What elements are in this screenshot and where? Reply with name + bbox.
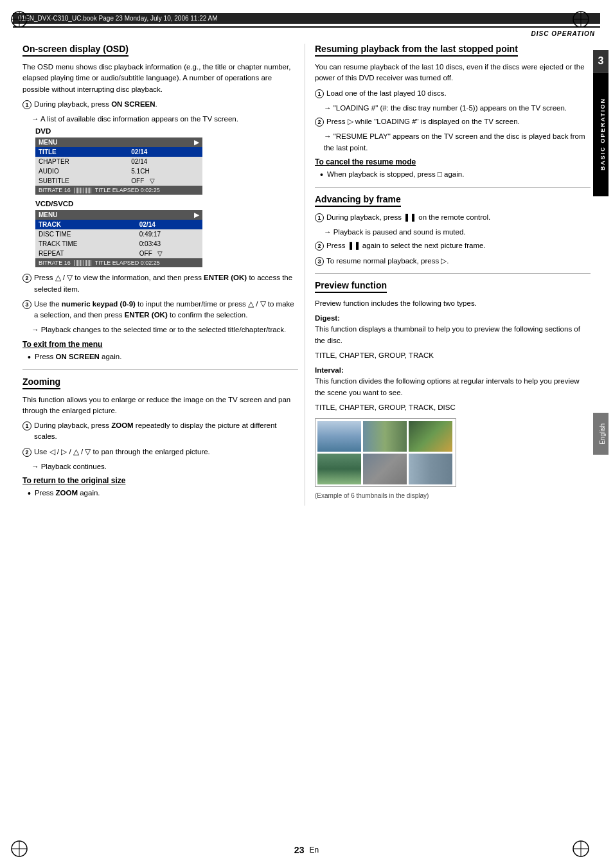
zoom-step1: 1 During playback, press ZOOM repeatedly… (22, 420, 298, 443)
resume-step1-arrow: → "LOADING #" (#: the disc tray number (… (315, 103, 591, 114)
zoom-step1-content: During playback, press ZOOM repeatedly t… (34, 420, 298, 443)
divider-2 (315, 187, 591, 188)
resume-step1-content: Load one of the last played 10 discs. (326, 88, 591, 99)
zoom-step2-arrow: → Playback continues. (22, 461, 298, 472)
adv-step2-content: Press ❚❚ again to select the next pictur… (326, 240, 591, 251)
zoom-step2-num: 2 (22, 448, 31, 457)
osd-step3: 3 Use the numeric keypad (0-9) to input … (22, 299, 298, 321)
vcd-repeat-label: REPEAT (35, 249, 136, 258)
bullet-icon-2: • (28, 488, 31, 499)
adv-step2-num: 2 (315, 242, 324, 251)
thumb-row-2 (317, 454, 454, 484)
exit-menu-heading: To exit from the menu (22, 340, 298, 349)
bullet-icon: • (28, 351, 31, 363)
dvd-subtitle-row: SUBTITLE OFF ▽ (35, 176, 202, 186)
vcd-bitrate-value: BITRATE 16 |||||||||||| TITLE ELAPSED 0:… (35, 258, 202, 267)
divider-3 (315, 273, 591, 274)
vcd-track-row: TRACK 02/14 (35, 220, 202, 229)
left-column: On-screen display (OSD) The OSD menu sho… (22, 44, 305, 506)
adv-step3-num: 3 (315, 257, 324, 266)
resume-section: Resuming playback from the last stopped … (315, 44, 591, 181)
vcd-table-header: MENU ▶ (35, 210, 202, 220)
tab-label: BASIC OPERATION (593, 72, 609, 196)
dvd-audio-value: 5.1CH (128, 166, 202, 176)
adv-step1-content: During playback, press ❚❚ on the remote … (326, 212, 591, 223)
exit-menu-text: Press ON SCREEN again. (35, 351, 122, 363)
zoom-step2: 2 Use ◁ / ▷ / △ / ▽ to pan through the e… (22, 447, 298, 457)
resume-step2-content: Press ▷ while "LOADING #" is displayed o… (326, 116, 591, 127)
dvd-bitrate-value: BITRATE 16 |||||||||||| TITLE ELAPSED 0:… (35, 186, 202, 195)
vcd-disctime-value: 0:49:17 (136, 229, 202, 239)
osd-intro: The OSD menu shows disc playback informa… (22, 62, 298, 95)
dvd-subtitle-value: OFF ▽ (128, 176, 202, 186)
page-suffix: En (309, 846, 319, 855)
step2-content: Press △ / ▽ to view the information, and… (34, 272, 298, 295)
dvd-subtitle-label: SUBTITLE (35, 176, 128, 186)
doc-header: 01EN_DVX-C310_UC.book Page 23 Monday, Ju… (13, 13, 600, 24)
dvd-label: DVD (35, 127, 298, 135)
vcd-disctime-row: DISC TIME 0:49:17 (35, 229, 202, 239)
vcd-repeat-value: OFF ▽ (136, 249, 202, 258)
osd-section: On-screen display (OSD) The OSD menu sho… (22, 44, 298, 363)
advancing-section: Advancing by frame 1 During playback, pr… (315, 194, 591, 267)
adv-step2: 2 Press ❚❚ again to select the next pict… (315, 240, 591, 251)
thumbnail-6 (409, 454, 452, 484)
dvd-title-row: TITLE 02/14 (35, 147, 202, 157)
dvd-play-icon: ▶ (128, 137, 202, 147)
adv-step3-content: To resume normal playback, press ▷. (326, 256, 591, 267)
vcd-menu-label: MENU (35, 210, 136, 220)
vcd-bitrate-row: BITRATE 16 |||||||||||| TITLE ELAPSED 0:… (35, 258, 202, 267)
resume-title: Resuming playback from the last stopped … (315, 44, 518, 57)
page-wrapper: 01EN_DVX-C310_UC.book Page 23 Monday, Ju… (0, 0, 613, 868)
resume-step2-arrow: → "RESUME PLAY" appears on the TV screen… (315, 131, 591, 154)
resume-step1: 1 Load one of the last played 10 discs. (315, 88, 591, 99)
vcd-table: MENU ▶ TRACK 02/14 DISC TIME 0:49:17 TRA… (35, 210, 202, 267)
zooming-intro: This function allows you to enlarge or r… (22, 394, 298, 417)
vcd-repeat-row: REPEAT OFF ▽ (35, 249, 202, 258)
doc-header-text: 01EN_DVX-C310_UC.book Page 23 Monday, Ju… (18, 15, 218, 22)
bullet-icon-3: • (320, 169, 323, 181)
english-tab: English (593, 413, 609, 455)
cancel-mode-bullet: • When playback is stopped, press □ agai… (315, 169, 591, 181)
preview-section: Preview function Preview function includ… (315, 280, 591, 499)
thumbnail-1 (317, 421, 361, 452)
exit-menu-bullet: • Press ON SCREEN again. (22, 351, 298, 363)
zoom-step1-num: 1 (22, 421, 31, 430)
tab-number: 3 (593, 50, 609, 72)
dvd-bitrate-row: BITRATE 16 |||||||||||| TITLE ELAPSED 0:… (35, 186, 202, 195)
cancel-mode-heading: To cancel the resume mode (315, 157, 591, 166)
step1-content: During playback, press ON SCREEN. (34, 99, 298, 110)
vcd-play-icon: ▶ (136, 210, 202, 220)
header-rule (13, 26, 600, 28)
zooming-section: Zooming This function allows you to enla… (22, 376, 298, 500)
thumbnail-4 (317, 454, 361, 484)
thumbnail-5 (363, 454, 407, 484)
return-size-bullet: • Press ZOOM again. (22, 488, 298, 499)
vcd-disctime-label: DISC TIME (35, 229, 136, 239)
thumb-row-1 (317, 421, 454, 452)
dvd-audio-row: AUDIO 5.1CH (35, 166, 202, 176)
vcd-track-value: 02/14 (136, 220, 202, 229)
return-size-text: Press ZOOM again. (35, 488, 100, 499)
step3-content: Use the numeric keypad (0-9) to input th… (34, 299, 298, 321)
resume-intro: You can resume playback of the last 10 d… (315, 62, 591, 84)
adv-step1: 1 During playback, press ❚❚ on the remot… (315, 212, 591, 223)
preview-thumbnails (315, 418, 456, 487)
return-size-heading: To return to the original size (22, 476, 298, 485)
osd-step1-arrow: → A list of available disc information a… (22, 114, 298, 125)
vcd-tracktime-value: 0:03:43 (136, 239, 202, 249)
right-column: 3 BASIC OPERATION Resuming playback from… (305, 44, 591, 506)
corner-tr (571, 10, 591, 29)
resume-step1-num: 1 (315, 89, 324, 98)
dvd-audio-label: AUDIO (35, 166, 128, 176)
preview-title: Preview function (315, 280, 387, 293)
dvd-table-header: MENU ▶ (35, 137, 202, 147)
page-number: 23 (294, 845, 305, 855)
preview-interval-title: Interval: This function divides the foll… (315, 365, 591, 398)
vcd-tracktime-row: TRACK TIME 0:03:43 (35, 239, 202, 249)
dvd-table: MENU ▶ TITLE 02/14 CHAPTER 02/14 AUDIO 5… (35, 137, 202, 195)
thumbnail-3 (409, 421, 452, 452)
preview-intro: Preview function includes the following … (315, 298, 591, 309)
adv-step3: 3 To resume normal playback, press ▷. (315, 256, 591, 267)
thumbnail-2 (363, 421, 407, 452)
